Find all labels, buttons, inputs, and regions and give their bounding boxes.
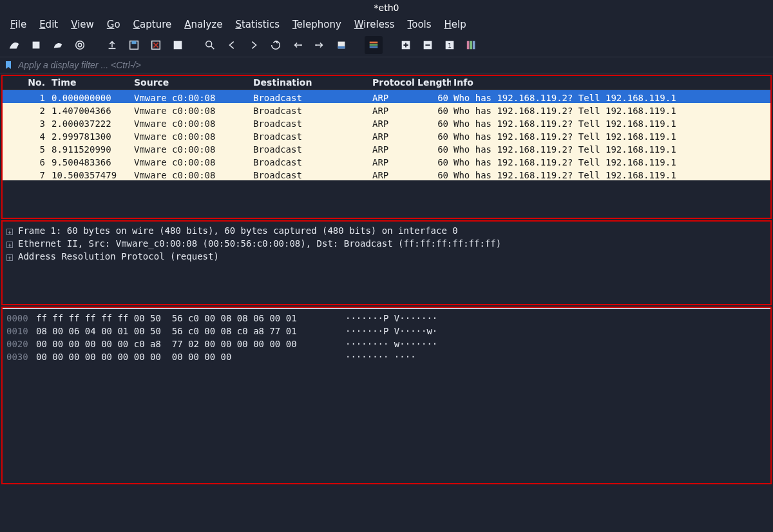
hex-ascii: ·······P V······· [338,312,437,325]
hex-offset: 0010 [6,325,36,337]
packet-row[interactable]: 21.407004366Vmware_c0:00:08BroadcastARP6… [3,103,770,116]
hex-offset: 0000 [6,312,36,325]
svg-rect-20 [467,41,470,50]
menu-wireless[interactable]: Wireless [348,17,401,32]
col-src[interactable]: Source [131,76,251,90]
open-file-button[interactable] [103,36,121,54]
col-time[interactable]: Time [49,76,131,90]
shark-fin-icon[interactable] [5,36,23,54]
menubar: FileEditViewGoCaptureAnalyzeStatisticsTe… [0,15,773,33]
packet-row[interactable]: 58.911520990Vmware_c0:00:08BroadcastARP6… [3,142,770,155]
menu-capture[interactable]: Capture [127,17,178,32]
go-last-button[interactable] [310,36,329,54]
col-dst[interactable]: Destination [251,76,370,90]
packet-bytes-pane: 0000ff ff ff ff ff ff 00 50 56 c0 00 08 … [1,307,772,484]
col-no[interactable]: No. [3,76,49,90]
autoscroll-button[interactable] [332,36,350,54]
col-len[interactable]: Length [415,76,451,90]
detail-text: Frame 1: 60 bytes on wire (480 bits), 60… [18,224,458,237]
svg-rect-0 [33,42,40,49]
hex-offset: 0030 [6,350,36,363]
detail-text: Address Resolution Protocol (request) [18,250,219,263]
menu-telephony[interactable]: Telephony [286,17,348,32]
expand-icon[interactable]: + [6,229,13,235]
menu-go[interactable]: Go [100,17,127,32]
svg-rect-15 [370,46,378,48]
svg-point-9 [300,44,302,46]
stop-capture-button[interactable] [27,36,45,54]
hex-row[interactable]: 001008 00 06 04 00 01 00 50 56 c0 00 08 … [6,325,767,337]
expand-icon[interactable]: + [6,242,13,248]
go-forward-button[interactable] [245,36,263,54]
expand-icon[interactable]: + [6,254,13,261]
menu-tools[interactable]: Tools [401,17,438,32]
packet-details-pane: +Frame 1: 60 bytes on wire (480 bits), 6… [1,220,772,305]
display-filter-input[interactable] [17,59,769,71]
col-info[interactable]: Info [451,76,770,90]
detail-tree-row[interactable]: +Ethernet II, Src: Vmware_c0:00:08 (00:5… [6,237,767,250]
go-back-button[interactable] [223,36,241,54]
hex-bytes: 00 00 00 00 00 00 00 00 00 00 00 00 [36,350,338,363]
svg-point-10 [315,44,317,46]
packet-row[interactable]: 42.999781300Vmware_c0:00:08BroadcastARP6… [3,129,770,142]
resize-columns-button[interactable] [463,36,481,54]
menu-analyze[interactable]: Analyze [178,17,229,32]
detail-tree-row[interactable]: +Address Resolution Protocol (request) [6,250,767,263]
svg-point-2 [78,43,81,46]
hex-row[interactable]: 003000 00 00 00 00 00 00 00 00 00 00 00·… [6,350,767,363]
packet-row[interactable]: 32.000037222Vmware_c0:00:08BroadcastARP6… [3,116,770,129]
svg-rect-22 [473,41,475,50]
menu-file[interactable]: File [4,17,33,32]
detail-tree-row[interactable]: +Frame 1: 60 bytes on wire (480 bits), 6… [6,224,767,237]
svg-rect-4 [131,41,136,44]
packet-row[interactable]: 710.500357479Vmware_c0:00:08BroadcastARP… [3,167,770,180]
zoom-reset-button[interactable]: 1 [441,36,459,54]
hex-bytes: ff ff ff ff ff ff 00 50 56 c0 00 08 08 0… [36,312,338,325]
reload-button[interactable] [169,36,187,54]
packet-row[interactable]: 69.500483366Vmware_c0:00:08BroadcastARP6… [3,155,770,167]
go-first-button[interactable] [289,36,307,54]
svg-point-7 [206,41,212,47]
colorize-button[interactable] [365,36,383,54]
hex-bytes: 08 00 06 04 00 01 00 50 56 c0 00 08 c0 a… [36,325,338,337]
svg-point-1 [76,41,84,50]
svg-rect-14 [370,44,378,46]
svg-rect-21 [470,41,472,50]
packet-row[interactable]: 10.000000000Vmware_c0:00:08BroadcastARP6… [3,90,770,103]
svg-rect-13 [370,42,378,44]
menu-edit[interactable]: Edit [33,17,64,32]
packet-list-pane: No. Time Source Destination Protocol Len… [1,75,772,219]
save-file-button[interactable] [125,36,143,54]
status-bar [0,486,773,500]
svg-line-8 [211,46,215,50]
toolbar: 1 [0,33,773,57]
bookmark-icon[interactable] [4,61,13,70]
menu-help[interactable]: Help [438,17,473,32]
hex-ascii: ········ ···· [338,350,416,363]
svg-text:1: 1 [448,43,452,49]
zoom-out-button[interactable] [419,36,437,54]
find-button[interactable] [201,36,219,54]
hex-row[interactable]: 0000ff ff ff ff ff ff 00 50 56 c0 00 08 … [6,312,767,325]
jump-to-button[interactable] [267,36,285,54]
packet-list-body[interactable]: 10.000000000Vmware_c0:00:08BroadcastARP6… [3,90,770,218]
restart-capture-button[interactable] [49,36,67,54]
display-filter-bar [0,57,773,73]
hex-offset: 0020 [6,337,36,350]
close-file-button[interactable] [147,36,165,54]
menu-statistics[interactable]: Statistics [229,17,286,32]
col-proto[interactable]: Protocol [370,76,415,90]
packet-list-header: No. Time Source Destination Protocol Len… [3,76,770,90]
hex-ascii: ·······P V·····w· [338,325,437,337]
svg-rect-12 [338,46,345,49]
zoom-in-button[interactable] [397,36,415,54]
detail-text: Ethernet II, Src: Vmware_c0:00:08 (00:50… [18,237,501,250]
hex-ascii: ········ w······· [338,337,437,350]
hex-bytes: 00 00 00 00 00 00 c0 a8 77 02 00 00 00 0… [36,337,338,350]
window-title: *eth0 [0,0,773,15]
hex-row[interactable]: 002000 00 00 00 00 00 c0 a8 77 02 00 00 … [6,337,767,350]
capture-options-button[interactable] [71,36,89,54]
menu-view[interactable]: View [64,17,100,32]
